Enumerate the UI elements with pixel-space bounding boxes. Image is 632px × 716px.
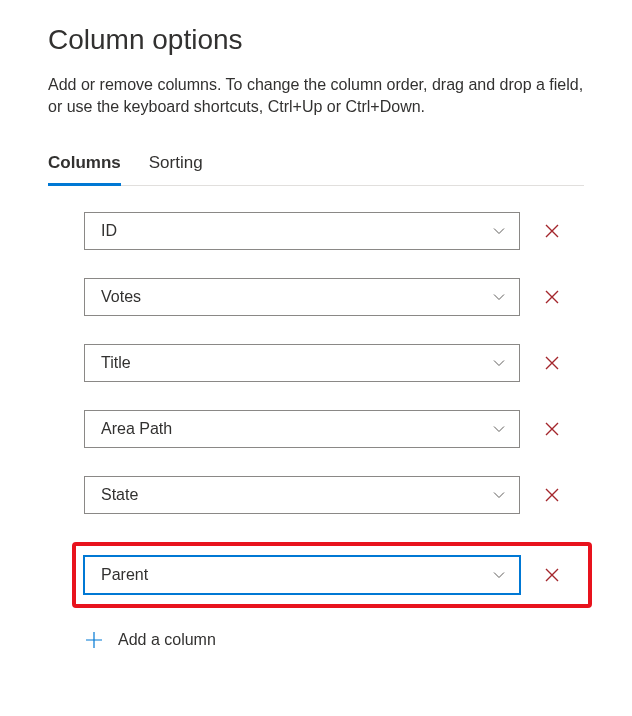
column-select-id[interactable]: ID	[84, 212, 520, 250]
add-column-label: Add a column	[118, 631, 216, 649]
add-column-button[interactable]: Add a column	[84, 630, 584, 650]
column-select-value: Votes	[101, 288, 141, 306]
description-text: Add or remove columns. To change the col…	[48, 74, 584, 119]
close-icon	[544, 487, 560, 503]
chevron-down-icon	[491, 567, 507, 583]
column-select-area-path[interactable]: Area Path	[84, 410, 520, 448]
column-select-value: Title	[101, 354, 131, 372]
chevron-down-icon	[491, 355, 507, 371]
column-select-value: Parent	[101, 566, 148, 584]
tabs: Columns Sorting	[48, 147, 584, 186]
column-select-value: ID	[101, 222, 117, 240]
column-row: Votes	[84, 278, 584, 316]
column-select-parent[interactable]: Parent	[84, 556, 520, 594]
remove-column-button[interactable]	[534, 279, 570, 315]
remove-column-button[interactable]	[534, 345, 570, 381]
column-options-panel: Column options Add or remove columns. To…	[0, 0, 632, 670]
column-select-value: Area Path	[101, 420, 172, 438]
close-icon	[544, 223, 560, 239]
chevron-down-icon	[491, 223, 507, 239]
page-title: Column options	[48, 24, 584, 56]
column-select-state[interactable]: State	[84, 476, 520, 514]
column-row: ID	[84, 212, 584, 250]
chevron-down-icon	[491, 487, 507, 503]
column-select-title[interactable]: Title	[84, 344, 520, 382]
remove-column-button[interactable]	[534, 557, 570, 593]
column-select-value: State	[101, 486, 138, 504]
close-icon	[544, 567, 560, 583]
chevron-down-icon	[491, 289, 507, 305]
highlighted-column-row: Parent	[72, 542, 592, 608]
remove-column-button[interactable]	[534, 411, 570, 447]
column-row: State	[84, 476, 584, 514]
tab-columns[interactable]: Columns	[48, 147, 121, 186]
remove-column-button[interactable]	[534, 213, 570, 249]
column-row: Title	[84, 344, 584, 382]
close-icon	[544, 289, 560, 305]
tab-sorting[interactable]: Sorting	[149, 147, 203, 186]
columns-list: ID Votes Title	[48, 212, 584, 650]
plus-icon	[84, 630, 104, 650]
chevron-down-icon	[491, 421, 507, 437]
column-select-votes[interactable]: Votes	[84, 278, 520, 316]
remove-column-button[interactable]	[534, 477, 570, 513]
column-row: Area Path	[84, 410, 584, 448]
close-icon	[544, 355, 560, 371]
close-icon	[544, 421, 560, 437]
